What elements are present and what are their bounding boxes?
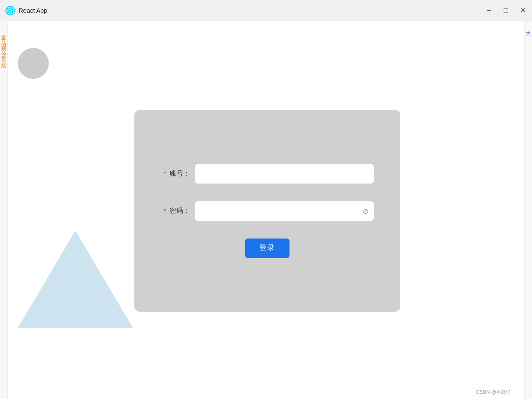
watermark: CSDN @小疯仔 bbox=[476, 389, 511, 395]
password-input[interactable] bbox=[195, 201, 374, 221]
password-row: ＊ 密码： ⊘ bbox=[161, 201, 374, 221]
account-required-star: ＊ bbox=[162, 170, 168, 178]
minimize-button[interactable]: − bbox=[485, 7, 493, 15]
title-bar: React App − □ ✕ bbox=[0, 0, 532, 21]
title-bar-left: React App bbox=[5, 6, 47, 16]
main-content: ＊ 账号： ＊ 密码： ⊘ 登录 CSDN @小疯仔 bbox=[8, 21, 524, 399]
password-label-text: 密码： bbox=[170, 207, 190, 215]
app-title: React App bbox=[19, 7, 47, 14]
password-required-star: ＊ bbox=[162, 207, 168, 215]
account-label: ＊ 账号： bbox=[161, 169, 190, 178]
toggle-password-icon[interactable]: ⊘ bbox=[363, 207, 368, 215]
svg-point-4 bbox=[9, 10, 11, 12]
close-button[interactable]: ✕ bbox=[519, 7, 527, 15]
right-sidebar: 大 bbox=[524, 21, 532, 399]
password-label: ＊ 密码： bbox=[161, 207, 190, 215]
account-input[interactable] bbox=[195, 164, 374, 184]
app-icon bbox=[5, 6, 15, 16]
maximize-button[interactable]: □ bbox=[502, 7, 510, 15]
password-input-wrapper: ⊘ bbox=[195, 201, 374, 221]
account-row: ＊ 账号： bbox=[161, 164, 374, 184]
decorative-triangle bbox=[18, 231, 133, 328]
left-sidebar: 重 云 的 到 没 文 页 当 战 bbox=[0, 21, 8, 399]
title-bar-controls: − □ ✕ bbox=[485, 7, 527, 15]
login-button[interactable]: 登录 bbox=[245, 239, 289, 258]
account-input-wrapper bbox=[195, 164, 374, 184]
decorative-circle bbox=[18, 48, 49, 79]
account-label-text: 账号： bbox=[170, 169, 190, 178]
login-card: ＊ 账号： ＊ 密码： ⊘ 登录 bbox=[134, 110, 400, 312]
